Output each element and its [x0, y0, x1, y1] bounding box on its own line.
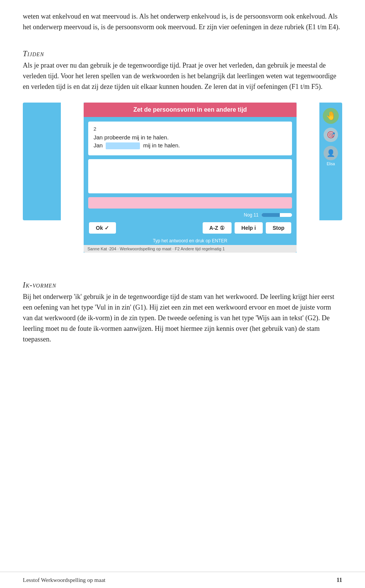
question-number: 2 [94, 126, 287, 132]
exercise-question-box: 2 Jan probeerde mij in te halen. Jan mij… [88, 122, 292, 155]
footer-page-number: 11 [336, 577, 342, 583]
paragraph-3: Bij het onderwerp 'ik' gebruik je in de … [23, 292, 342, 345]
tijden-heading: Tijden [23, 49, 342, 58]
sentence-1: Jan probeerde mij in te halen. [94, 134, 287, 141]
status-bar: Sanne Kat ·204 · Werkwoordspelling op ma… [84, 245, 297, 253]
ok-button[interactable]: Ok ✓ [89, 222, 116, 234]
hint-box [88, 197, 292, 209]
page-footer: Lesstof Werkwoordspelling op maat 11 [0, 572, 365, 588]
writing-area [88, 159, 292, 193]
nog-label: Nog 11 [244, 212, 259, 218]
sentence-2: Jan mij in te halen. [94, 142, 287, 149]
exercise-container: Zet de persoonsvorm in een andere tijd 2… [23, 103, 342, 253]
ik-vormen-heading: Ik-vormen [23, 281, 342, 289]
progress-bar [262, 213, 292, 217]
paragraph-2: Als je praat over nu dan gebruik je de t… [23, 60, 342, 92]
avatar-label: Elisa [327, 162, 335, 166]
stop-button[interactable]: Stop [266, 222, 291, 234]
exercise-footer: Ok ✓ A-Z ① Help i Stop [84, 219, 297, 237]
az-button[interactable]: A-Z ① [203, 222, 232, 234]
progress-row: Nog 11 [88, 212, 292, 219]
paragraph-1: weten wat enkelvoud en wat meervoud is. … [23, 11, 342, 33]
footer-left: Lesstof Werkwoordspelling op maat [23, 577, 105, 583]
progress-fill [262, 213, 280, 217]
answer-input-area[interactable] [106, 142, 140, 149]
avatar-3: 👤 [324, 146, 338, 160]
hint-bar: Typ het antwoord en druk op ENTER [84, 237, 297, 245]
help-button[interactable]: Help i [235, 222, 263, 234]
exercise-header: Zet de persoonsvorm in een andere tijd [84, 103, 297, 117]
avatar-1: 🤚 [323, 108, 339, 124]
avatar-2: 🎯 [324, 128, 338, 142]
